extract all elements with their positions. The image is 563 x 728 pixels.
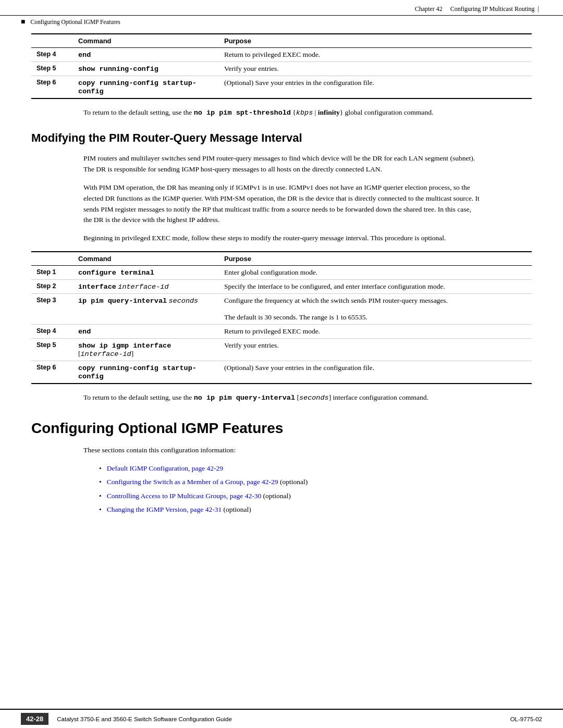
page-header: Chapter 42 Configuring IP Multicast Rout… <box>0 0 563 16</box>
link-member-group[interactable]: Configuring the Switch as a Member of a … <box>107 478 278 486</box>
table-row: Step 3 ip pim query-interval seconds Con… <box>31 294 532 325</box>
top-note: To return to the default setting, use th… <box>83 107 480 118</box>
page-footer: 42-28 Catalyst 3750-E and 3560-E Switch … <box>0 709 563 728</box>
breadcrumb: ■ Configuring Optional IGMP Features <box>0 16 563 28</box>
table-row: Step 1 configure terminal Enter global c… <box>31 266 532 280</box>
s1-table-command-header: Command <box>73 252 219 266</box>
s1-table-empty-header <box>31 252 73 266</box>
command-cell: configure terminal <box>73 266 219 280</box>
command-cell: show ip igmp interface [interface-id] <box>73 339 219 361</box>
section1-note: To return to the default setting, use th… <box>83 392 480 403</box>
link-controlling-access[interactable]: Controlling Access to IP Multicast Group… <box>107 492 261 500</box>
footer-code: OL-9775-02 <box>510 716 542 722</box>
chapter-number: Chapter 42 <box>415 5 443 13</box>
table-row: Step 2 interface interface-id Specify th… <box>31 280 532 294</box>
section2-intro: These sections contain this configuratio… <box>83 445 480 456</box>
command-cell: ip pim query-interval seconds <box>73 294 219 325</box>
list-item: Controlling Access to IP Multicast Group… <box>99 491 464 501</box>
step-label: Step 4 <box>31 48 73 62</box>
list-item: Changing the IGMP Version, page 42-31 (o… <box>99 504 464 515</box>
section1-para1: PIM routers and multilayer switches send… <box>83 153 480 175</box>
purpose-cell: Verify your entries. <box>219 62 532 76</box>
table-row: Step 5 show ip igmp interface [interface… <box>31 339 532 361</box>
command-cell: copy running-config startup-config <box>73 76 219 99</box>
table-row: Step 6 copy running-config startup-confi… <box>31 76 532 99</box>
step-label: Step 1 <box>31 266 73 280</box>
section1-para2: With PIM DM operation, the DR has meanin… <box>83 182 480 226</box>
s1-table-purpose-header: Purpose <box>219 252 532 266</box>
link-suffix-3: (optional) <box>263 492 291 500</box>
command-cell: interface interface-id <box>73 280 219 294</box>
section1-para3: Beginning in privileged EXEC mode, follo… <box>83 233 480 244</box>
breadcrumb-bullet: ■ <box>21 18 25 26</box>
purpose-cell: (Optional) Save your entries in the conf… <box>219 361 532 384</box>
link-item-2: Configuring the Switch as a Member of a … <box>107 477 308 487</box>
top-table-empty-header <box>31 34 73 48</box>
top-table-command-header: Command <box>73 34 219 48</box>
step-label: Step 2 <box>31 280 73 294</box>
top-table-purpose-header: Purpose <box>219 34 532 48</box>
section1-heading: Modifying the PIM Router-Query Message I… <box>31 131 532 146</box>
step-label: Step 5 <box>31 339 73 361</box>
purpose-cell: Enter global configuration mode. <box>219 266 532 280</box>
step-label: Step 3 <box>31 294 73 325</box>
section2-link-list: Default IGMP Configuration, page 42-29 C… <box>99 463 464 515</box>
section2-heading: Configuring Optional IGMP Features <box>31 419 532 437</box>
link-changing-igmp-version[interactable]: Changing the IGMP Version, page 42-31 <box>107 505 222 513</box>
list-item: Default IGMP Configuration, page 42-29 <box>99 463 464 474</box>
command-cell: end <box>73 48 219 62</box>
link-suffix-2: (optional) <box>280 478 308 486</box>
purpose-cell: Configure the frequency at which the swi… <box>219 294 532 325</box>
link-item-4: Changing the IGMP Version, page 42-31 (o… <box>107 504 251 515</box>
table-row: Step 6 copy running-config startup-confi… <box>31 361 532 384</box>
table-row: Step 4 end Return to privileged EXEC mod… <box>31 48 532 62</box>
header-separator: | <box>538 5 539 13</box>
step-label: Step 6 <box>31 361 73 384</box>
list-item: Configuring the Switch as a Member of a … <box>99 477 464 487</box>
page-number: 42-28 <box>21 713 48 725</box>
table-row: Step 5 show running-config Verify your e… <box>31 62 532 76</box>
main-content: Command Purpose Step 4 end Return to pri… <box>0 28 563 543</box>
purpose-cell: Return to privileged EXEC mode. <box>219 48 532 62</box>
purpose-cell: Return to privileged EXEC mode. <box>219 325 532 339</box>
table-row: Step 4 end Return to privileged EXEC mod… <box>31 325 532 339</box>
chapter-label: Chapter 42 Configuring IP Multicast Rout… <box>415 5 535 13</box>
step-label: Step 5 <box>31 62 73 76</box>
chapter-title: Configuring IP Multicast Routing <box>450 5 535 13</box>
command-cell: end <box>73 325 219 339</box>
purpose-cell: (Optional) Save your entries in the conf… <box>219 76 532 99</box>
breadcrumb-text: Configuring Optional IGMP Features <box>30 19 120 25</box>
command-cell: show running-config <box>73 62 219 76</box>
link-default-igmp[interactable]: Default IGMP Configuration, page 42-29 <box>107 463 223 474</box>
top-command-table: Command Purpose Step 4 end Return to pri… <box>31 33 532 99</box>
step-label: Step 4 <box>31 325 73 339</box>
footer-title: Catalyst 3750-E and 3560-E Switch Softwa… <box>57 716 510 722</box>
purpose-cell: Verify your entries. <box>219 339 532 361</box>
section1-command-table: Command Purpose Step 1 configure termina… <box>31 251 532 384</box>
purpose-cell: Specify the interface to be configured, … <box>219 280 532 294</box>
link-suffix-4: (optional) <box>224 505 251 513</box>
link-item-3: Controlling Access to IP Multicast Group… <box>107 491 291 501</box>
command-cell: copy running-config startup-config <box>73 361 219 384</box>
step-label: Step 6 <box>31 76 73 99</box>
